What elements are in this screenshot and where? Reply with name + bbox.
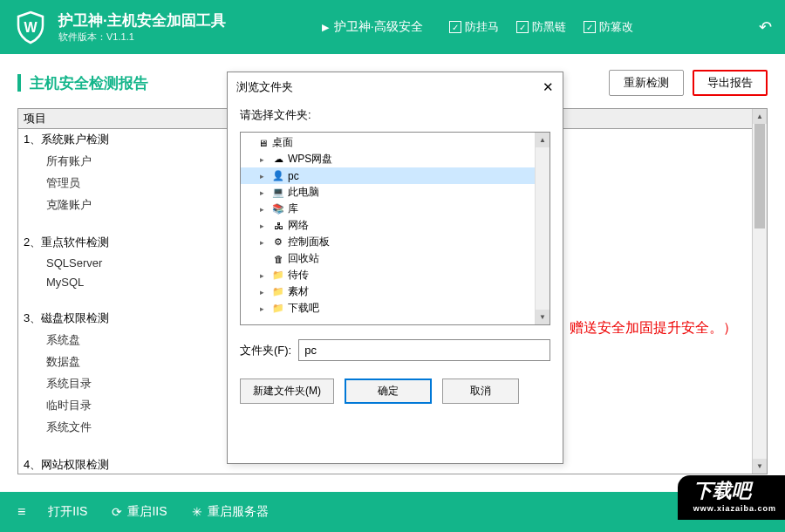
tree-item[interactable]: ▸📁待传 bbox=[241, 267, 550, 283]
cloud-icon: ☁ bbox=[271, 153, 285, 166]
dialog-title: 浏览文件夹 bbox=[236, 79, 293, 95]
promo-text: 护卫神·高级安全 bbox=[334, 19, 423, 35]
expander-icon[interactable]: ▸ bbox=[260, 155, 269, 164]
back-icon[interactable]: ↶ bbox=[759, 17, 772, 37]
bin-icon: 🗑 bbox=[271, 253, 285, 265]
recheck-button[interactable]: 重新检测 bbox=[609, 70, 684, 96]
new-folder-button[interactable]: 新建文件夹(M) bbox=[240, 379, 334, 404]
restart-server-button[interactable]: ✳重启服务器 bbox=[192, 504, 269, 520]
header-checkboxes: ✓防挂马✓防黑链✓防篡改 bbox=[449, 19, 633, 35]
checkbox-icon: ✓ bbox=[516, 21, 529, 33]
scroll-up-icon[interactable]: ▲ bbox=[536, 133, 550, 147]
cancel-button[interactable]: 取消 bbox=[442, 379, 519, 404]
expander-icon[interactable]: ▸ bbox=[260, 222, 269, 230]
tree-item[interactable]: ▸💻此电脑 bbox=[241, 184, 550, 201]
dialog-prompt: 请选择文件夹: bbox=[228, 102, 563, 132]
folder-label: 文件夹(F): bbox=[240, 343, 291, 358]
folder-icon: 📁 bbox=[271, 269, 285, 282]
app-header: W 护卫神·主机安全加固工具 软件版本：V1.1.1 ▶ 护卫神·高级安全 ✓防… bbox=[0, 0, 785, 54]
folder-input-row: 文件夹(F): bbox=[240, 339, 550, 361]
pc-icon: 💻 bbox=[271, 187, 285, 199]
expander-icon[interactable]: ▸ bbox=[260, 238, 269, 247]
refresh-icon: ⟳ bbox=[112, 505, 122, 519]
svg-text:W: W bbox=[24, 20, 38, 35]
tree-item[interactable]: ▸📚库 bbox=[241, 201, 550, 217]
header-checkbox[interactable]: ✓防黑链 bbox=[516, 19, 566, 35]
tree-item[interactable]: ▸🖧网络 bbox=[241, 217, 550, 234]
user-icon: 👤 bbox=[271, 170, 285, 182]
tree-item[interactable]: ▸⚙控制面板 bbox=[241, 234, 550, 250]
restart-iis-button[interactable]: ⟳重启IIS bbox=[112, 504, 167, 520]
accent-bar bbox=[17, 74, 21, 92]
scroll-thumb[interactable] bbox=[754, 124, 765, 228]
export-report-button[interactable]: 导出报告 bbox=[693, 70, 768, 96]
browse-folder-dialog: 浏览文件夹 ✕ 请选择文件夹: 🖥桌面▸☁WPS网盘▸👤pc▸💻此电脑▸📚库▸🖧… bbox=[227, 72, 563, 464]
expander-icon[interactable]: ▸ bbox=[260, 288, 269, 297]
cpl-icon: ⚙ bbox=[271, 236, 285, 249]
header-promo-link[interactable]: ▶ 护卫神·高级安全 bbox=[322, 19, 423, 35]
dialog-buttons: 新建文件夹(M) 确定 取消 bbox=[240, 379, 550, 404]
ok-button[interactable]: 确定 bbox=[345, 379, 432, 404]
tree-item[interactable]: ▸📁素材 bbox=[241, 283, 550, 300]
net-icon: 🖧 bbox=[271, 220, 285, 232]
close-icon[interactable]: ✕ bbox=[543, 79, 554, 95]
header-checkbox[interactable]: ✓防篡改 bbox=[584, 19, 633, 35]
tree-item[interactable]: 🖥桌面 bbox=[241, 134, 550, 151]
app-version: 软件版本：V1.1.1 bbox=[58, 31, 226, 44]
desktop-icon: 🖥 bbox=[256, 137, 270, 149]
dialog-titlebar: 浏览文件夹 ✕ bbox=[228, 72, 563, 102]
tree-item[interactable]: ▸☁WPS网盘 bbox=[241, 151, 550, 167]
expander-icon[interactable]: ▸ bbox=[260, 271, 269, 280]
folder-icon: 📁 bbox=[271, 286, 285, 298]
folder-icon: 📁 bbox=[271, 303, 285, 315]
tree-list: 🖥桌面▸☁WPS网盘▸👤pc▸💻此电脑▸📚库▸🖧网络▸⚙控制面板🗑回收站▸📁待传… bbox=[241, 133, 550, 318]
watermark: 下载吧 www.xiazaiba.com bbox=[678, 475, 785, 520]
lib-icon: 📚 bbox=[271, 203, 285, 215]
folder-tree: 🖥桌面▸☁WPS网盘▸👤pc▸💻此电脑▸📚库▸🖧网络▸⚙控制面板🗑回收站▸📁待传… bbox=[240, 132, 550, 325]
red-note: 赠送安全加固提升安全。） bbox=[564, 317, 742, 341]
scroll-down-icon[interactable]: ▼ bbox=[753, 459, 767, 474]
scroll-down-icon[interactable]: ▼ bbox=[536, 310, 550, 324]
tree-item[interactable]: ▸📁下载吧 bbox=[241, 300, 550, 317]
shield-logo-icon: W bbox=[13, 10, 48, 44]
refresh-icon: ✳ bbox=[192, 505, 202, 519]
expander-icon[interactable]: ▸ bbox=[260, 172, 269, 181]
header-checkbox[interactable]: ✓防挂马 bbox=[449, 19, 499, 35]
table-scrollbar[interactable]: ▲ ▼ bbox=[752, 109, 767, 474]
expander-icon[interactable]: ▸ bbox=[260, 188, 269, 197]
app-title: 护卫神·主机安全加固工具 bbox=[58, 10, 226, 31]
folder-name-input[interactable] bbox=[298, 339, 550, 361]
footer-bar: ≡ 打开IIS ⟳重启IIS ✳重启服务器 2004-2 bbox=[0, 492, 785, 532]
menu-icon[interactable]: ≡ bbox=[17, 504, 24, 520]
expander-icon[interactable]: ▸ bbox=[260, 205, 269, 214]
scroll-up-icon[interactable]: ▲ bbox=[753, 109, 767, 124]
tree-scrollbar[interactable]: ▲ ▼ bbox=[535, 133, 550, 324]
checkbox-icon: ✓ bbox=[449, 21, 461, 33]
expander-icon[interactable]: ▸ bbox=[260, 304, 269, 313]
open-iis-button[interactable]: 打开IIS bbox=[48, 504, 87, 520]
checkbox-icon: ✓ bbox=[584, 21, 596, 33]
play-icon: ▶ bbox=[322, 22, 329, 33]
tree-item[interactable]: 🗑回收站 bbox=[241, 250, 550, 267]
tree-item[interactable]: ▸👤pc bbox=[241, 167, 550, 184]
